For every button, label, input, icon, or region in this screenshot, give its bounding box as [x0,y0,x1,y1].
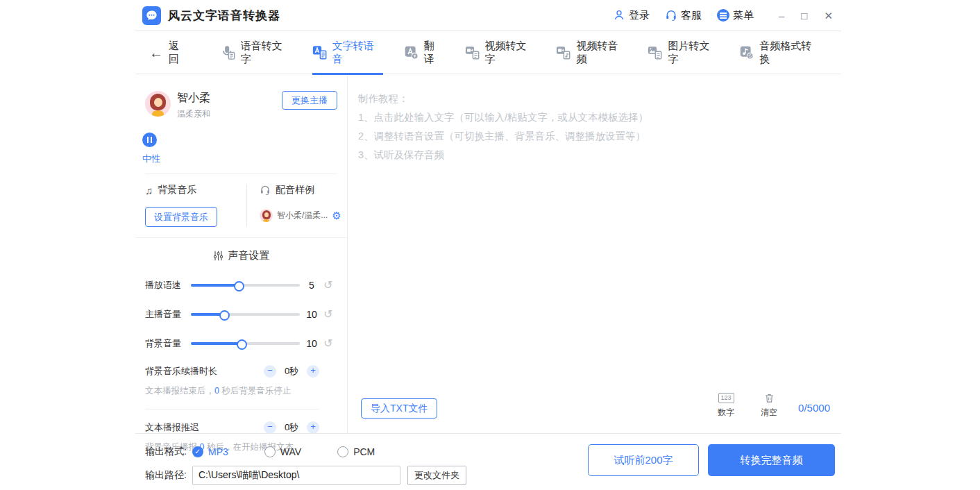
image-doc-icon [648,45,662,60]
back-button[interactable]: ← 返回 [149,40,189,66]
bgm-volume-slider-row: 背景音量 10 ↻ [145,337,337,350]
convert-full-audio-button[interactable]: 转换完整音频 [708,444,835,476]
format-radio-mp3[interactable]: MP3 [192,446,228,457]
tab-text-to-speech[interactable]: 文字转语音 [312,31,383,74]
host-card: 智小柔 温柔亲和 更换主播 中性 [135,74,347,174]
clear-tool-button[interactable]: 清空 [761,393,777,419]
digits-123-icon: 123 [718,393,734,403]
stepper-label: 背景音乐续播时长 [145,365,264,378]
sample-headset-icon [260,185,271,196]
plus-button[interactable]: + [307,365,319,378]
radio-icon [264,446,276,457]
login-label: 登录 [629,9,650,22]
tab-audio-format-convert[interactable]: 音频格式转换 [739,31,820,74]
divider [145,409,319,409]
editor-toolbar: 导入TXT文件 123 数字 清空 0/5000 [348,393,841,433]
bgm-title: 背景音乐 [158,184,196,196]
tab-label: 语音转文字 [241,40,292,66]
radio-checked-icon [192,446,203,457]
tab-translate[interactable]: 翻译 [404,31,444,74]
headset-icon [665,9,677,22]
sample-settings-gear-icon[interactable]: ⚙ [332,210,341,221]
close-button[interactable]: ✕ [824,10,833,21]
host-volume-slider-row: 主播音量 10 ↻ [145,308,337,321]
set-bgm-button[interactable]: 设置背景音乐 [145,207,217,227]
slider-label: 背景音量 [145,337,189,350]
stepper-value: 0秒 [276,365,307,378]
slider-label: 主播音量 [145,308,189,321]
tab-label: 视频转文字 [485,40,536,66]
slider-value: 10 [300,338,323,349]
tab-bar: ← 返回 语音转文字 文字转语音 翻译 视频转文字 视频转音频 图片转文字 [135,31,841,74]
tab-video-to-text[interactable]: 视频转文字 [465,31,536,74]
char-counter: 0/5000 [798,402,830,414]
preview-200-button[interactable]: 试听前200字 [588,444,699,476]
reset-icon[interactable]: ↻ [323,309,332,320]
login-button[interactable]: 登录 [613,9,650,22]
change-host-button[interactable]: 更换主播 [282,91,337,110]
host-volume-slider[interactable] [191,313,300,316]
minus-button[interactable]: − [264,421,276,434]
sample-voice-name: 智小柔/温柔... [277,210,328,221]
audio-convert-icon [739,45,754,60]
service-label: 客服 [681,9,702,22]
tab-image-to-text[interactable]: 图片转文字 [648,31,718,74]
tab-label: 翻译 [424,40,444,66]
format-radio-pcm[interactable]: PCM [337,446,375,457]
translate-icon [404,45,419,60]
path-label: 输出路径: [145,469,192,482]
digits-tool-button[interactable]: 123 数字 [718,393,734,419]
pause-preview-button[interactable] [142,133,157,147]
menu-button[interactable]: 菜单 [717,9,754,22]
mic-doc-icon [221,45,235,60]
back-label: 返回 [169,40,189,66]
tab-video-to-audio[interactable]: 视频转音频 [556,31,627,74]
app-window: 风云文字语音转换器 登录 客服 菜单 – □ ✕ ← 返回 [135,0,841,490]
customer-service-button[interactable]: 客服 [665,9,702,22]
video-doc-icon [465,45,480,60]
menu-icon [717,9,729,22]
maximize-button[interactable]: □ [801,10,807,21]
slider-value: 10 [300,309,323,320]
format-radio-wav[interactable]: WAV [264,446,301,457]
sliders-icon [213,251,223,261]
host-name: 智小柔 [177,91,210,105]
bgm-section: ♫ 背景音乐 设置背景音乐 配音样例 智小柔/温柔... [135,174,347,227]
user-icon [613,9,625,22]
sample-avatar [260,209,273,222]
tab-label: 音频格式转换 [759,40,820,66]
speed-slider[interactable] [191,284,300,287]
reset-icon[interactable]: ↻ [323,338,332,349]
plus-button[interactable]: + [307,421,319,434]
editor-placeholder: 制作教程： 1、点击此处输入文字（可以输入/粘贴文字，或从文本模板选择） 2、调… [348,74,841,393]
voice-type-label: 中性 [142,153,337,165]
back-arrow-icon: ← [149,46,163,60]
tab-speech-to-text[interactable]: 语音转文字 [221,31,292,74]
text-to-speech-icon [312,45,327,60]
minimize-button[interactable]: – [779,10,784,21]
bgm-volume-slider[interactable] [191,342,300,345]
music-note-icon: ♫ [145,185,153,196]
change-folder-button[interactable]: 更改文件夹 [407,466,466,485]
tab-label: 文字转语音 [332,40,383,66]
import-txt-button[interactable]: 导入TXT文件 [361,398,437,419]
sample-title: 配音样例 [276,184,314,196]
speed-slider-row: 播放语速 5 ↻ [145,279,337,292]
sound-settings-title: 声音设置 [228,249,270,262]
output-path-input[interactable] [192,466,400,485]
trash-icon [764,393,775,403]
voice-settings-panel: 智小柔 温柔亲和 更换主播 中性 ♫ 背景音乐 设置背景音乐 [135,74,348,433]
video-audio-icon [556,45,571,60]
stepper-label: 文本播报推迟 [145,421,264,434]
stepper-hint: 文本播报结束后，0 秒后背景音乐停止 [145,385,337,397]
tab-label: 图片转文字 [668,40,718,66]
sound-settings-section: 声音设置 播放语速 5 ↻ 主播音量 10 ↻ 背景音量 10 [135,238,347,350]
format-label: 输出格式: [145,446,192,458]
reset-icon[interactable]: ↻ [323,280,332,291]
slider-value: 5 [300,280,323,291]
text-editor-area[interactable]: 制作教程： 1、点击此处输入文字（可以输入/粘贴文字，或从文本模板选择） 2、调… [348,74,841,433]
app-logo-icon [142,6,161,25]
host-trait: 温柔亲和 [177,108,210,120]
title-bar: 风云文字语音转换器 登录 客服 菜单 – □ ✕ [135,0,841,31]
minus-button[interactable]: − [264,365,276,378]
